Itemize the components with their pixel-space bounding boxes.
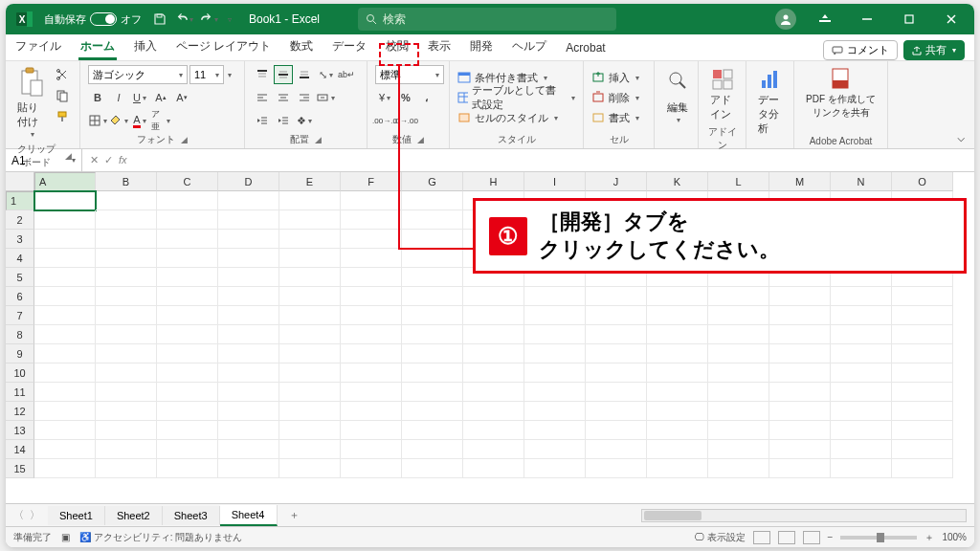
column-header[interactable]: J <box>586 172 647 191</box>
cell[interactable] <box>279 344 341 364</box>
tab-developer[interactable]: 開発 <box>460 34 502 60</box>
cell[interactable] <box>524 287 586 306</box>
save-button[interactable] <box>151 11 168 28</box>
cell[interactable] <box>218 440 279 459</box>
cell[interactable] <box>218 210 279 230</box>
cell[interactable] <box>157 191 218 210</box>
cell[interactable] <box>34 249 96 268</box>
cell[interactable] <box>708 440 769 459</box>
column-header[interactable]: L <box>708 172 769 191</box>
editing-button[interactable]: 編集 ▾ <box>662 65 693 126</box>
format-painter-button[interactable] <box>53 107 72 126</box>
macro-record-icon[interactable]: ▣ <box>61 532 70 542</box>
cell[interactable] <box>96 344 157 364</box>
ribbon-mode-button[interactable] <box>806 4 844 34</box>
align-top-button[interactable] <box>253 65 272 84</box>
cell[interactable] <box>524 459 586 478</box>
cell[interactable] <box>96 268 157 287</box>
share-button[interactable]: 共有▾ <box>903 40 965 60</box>
format-as-table-button[interactable]: テーブルとして書式設定▾ <box>457 89 575 106</box>
cell[interactable] <box>586 383 647 402</box>
cell[interactable] <box>708 459 769 478</box>
tab-help[interactable]: ヘルプ <box>502 34 556 60</box>
cell[interactable] <box>892 421 953 440</box>
tab-page-layout[interactable]: ページ レイアウト <box>167 34 280 60</box>
zoom-out-button[interactable]: − <box>828 532 834 542</box>
cell[interactable] <box>34 383 96 402</box>
cell[interactable] <box>218 268 279 287</box>
cell[interactable] <box>769 306 831 325</box>
column-header[interactable]: A <box>34 172 96 191</box>
cell[interactable] <box>402 191 463 210</box>
cell[interactable] <box>586 459 647 478</box>
data-analysis-button[interactable]: データ分析 <box>754 65 787 138</box>
tab-view[interactable]: 表示 <box>418 34 460 60</box>
sheet-tab[interactable]: Sheet1 <box>48 506 105 525</box>
name-box[interactable]: A1▾ <box>6 149 82 171</box>
cell[interactable] <box>524 421 586 440</box>
row-header[interactable]: 1 <box>6 191 34 210</box>
cell[interactable] <box>218 383 279 402</box>
cell[interactable] <box>892 364 953 383</box>
column-header[interactable]: H <box>463 172 524 191</box>
cell[interactable] <box>279 306 341 325</box>
row-header[interactable]: 3 <box>6 230 34 249</box>
align-right-button[interactable] <box>295 88 314 107</box>
cell[interactable] <box>586 364 647 383</box>
cell[interactable] <box>647 459 708 478</box>
cell[interactable] <box>218 421 279 440</box>
cell[interactable] <box>96 364 157 383</box>
cell[interactable] <box>96 325 157 344</box>
minimize-button[interactable] <box>848 4 886 34</box>
cell[interactable] <box>831 306 892 325</box>
collapse-ribbon-button[interactable]: ⌵ <box>957 129 965 144</box>
column-header[interactable]: B <box>96 172 157 191</box>
tab-formulas[interactable]: 数式 <box>280 34 323 60</box>
wrap-text-button[interactable]: ab↵ <box>337 65 356 84</box>
cell[interactable] <box>218 191 279 210</box>
cell[interactable] <box>524 402 586 421</box>
paste-button[interactable]: 貼り付け ▾ <box>13 65 49 141</box>
cell[interactable] <box>96 440 157 459</box>
cell[interactable] <box>402 364 463 383</box>
cell[interactable] <box>157 210 218 230</box>
bold-button[interactable]: B <box>88 88 107 107</box>
cell[interactable] <box>34 230 96 249</box>
cell[interactable] <box>218 249 279 268</box>
cell[interactable] <box>218 230 279 249</box>
cell[interactable] <box>402 249 463 268</box>
cell[interactable] <box>279 325 341 344</box>
cell[interactable] <box>831 383 892 402</box>
cell[interactable] <box>34 402 96 421</box>
column-header[interactable]: I <box>524 172 586 191</box>
cell[interactable] <box>157 459 218 478</box>
cell[interactable] <box>96 421 157 440</box>
column-header[interactable]: C <box>157 172 218 191</box>
enter-formula-button[interactable]: ✓ <box>104 154 113 166</box>
cell[interactable] <box>341 306 402 325</box>
italic-button[interactable]: I <box>109 88 128 107</box>
cell[interactable] <box>708 402 769 421</box>
cell[interactable] <box>586 325 647 344</box>
number-format-select[interactable]: 標準▾ <box>375 65 444 84</box>
zoom-level[interactable]: 100% <box>942 532 967 542</box>
display-settings[interactable]: 🖵 表示設定 <box>695 531 746 544</box>
addins-button[interactable]: アドイン <box>706 65 739 123</box>
cell[interactable] <box>647 364 708 383</box>
create-pdf-button[interactable]: PDF を作成してリンクを共有 <box>802 65 880 121</box>
close-button[interactable] <box>932 4 970 34</box>
cell[interactable] <box>463 344 524 364</box>
copy-button[interactable] <box>53 86 72 105</box>
cell[interactable] <box>463 383 524 402</box>
cell[interactable] <box>402 306 463 325</box>
cell[interactable] <box>341 344 402 364</box>
cell[interactable] <box>769 383 831 402</box>
row-header[interactable]: 14 <box>6 440 34 459</box>
font-size-select[interactable]: 11▾ <box>189 65 224 84</box>
cell[interactable] <box>831 421 892 440</box>
cell[interactable] <box>892 440 953 459</box>
cell[interactable] <box>341 364 402 383</box>
maximize-button[interactable] <box>890 4 928 34</box>
cell[interactable] <box>34 364 96 383</box>
tab-data[interactable]: データ <box>323 34 376 60</box>
